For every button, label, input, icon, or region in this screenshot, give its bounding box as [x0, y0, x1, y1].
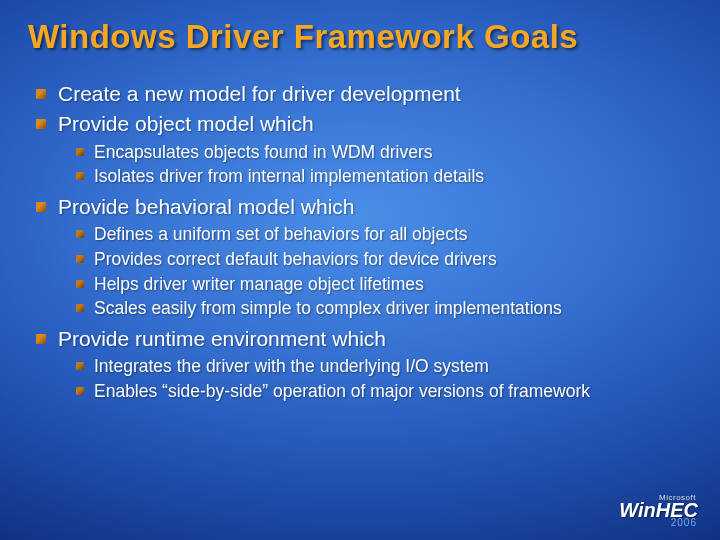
- sub-bullet-list: Encapsulates objects found in WDM driver…: [76, 141, 692, 189]
- list-item: Scales easily from simple to complex dri…: [76, 297, 692, 321]
- bullet-text: Defines a uniform set of behaviors for a…: [94, 224, 468, 244]
- brand-prefix: Win: [619, 499, 655, 521]
- list-item: Enables “side-by-side” operation of majo…: [76, 380, 692, 404]
- bullet-text: Isolates driver from internal implementa…: [94, 166, 484, 186]
- list-item: Provides correct default behaviors for d…: [76, 248, 692, 272]
- slide: Windows Driver Framework Goals Create a …: [0, 0, 720, 540]
- list-item: Encapsulates objects found in WDM driver…: [76, 141, 692, 165]
- bullet-text: Create a new model for driver developmen…: [58, 82, 461, 105]
- bullet-text: Integrates the driver with the underlyin…: [94, 356, 489, 376]
- list-item: Integrates the driver with the underlyin…: [76, 355, 692, 379]
- sub-bullet-list: Defines a uniform set of behaviors for a…: [76, 223, 692, 321]
- list-item: Isolates driver from internal implementa…: [76, 165, 692, 189]
- bullet-text: Scales easily from simple to complex dri…: [94, 298, 562, 318]
- list-item: Provide behavioral model which Defines a…: [36, 193, 692, 321]
- slide-title: Windows Driver Framework Goals: [28, 18, 692, 56]
- list-item: Helps driver writer manage object lifeti…: [76, 273, 692, 297]
- footer-logo: Microsoft WinHEC 2006: [619, 494, 698, 528]
- sub-bullet-list: Integrates the driver with the underlyin…: [76, 355, 692, 403]
- bullet-text: Helps driver writer manage object lifeti…: [94, 274, 424, 294]
- list-item: Create a new model for driver developmen…: [36, 80, 692, 108]
- bullet-text: Enables “side-by-side” operation of majo…: [94, 381, 590, 401]
- bullet-text: Provide runtime environment which: [58, 327, 386, 350]
- bullet-text: Encapsulates objects found in WDM driver…: [94, 142, 432, 162]
- bullet-text: Provide behavioral model which: [58, 195, 355, 218]
- bullet-text: Provide object model which: [58, 112, 314, 135]
- list-item: Defines a uniform set of behaviors for a…: [76, 223, 692, 247]
- bullet-list: Create a new model for driver developmen…: [36, 80, 692, 403]
- list-item: Provide runtime environment which Integr…: [36, 325, 692, 404]
- list-item: Provide object model which Encapsulates …: [36, 110, 692, 189]
- bullet-text: Provides correct default behaviors for d…: [94, 249, 497, 269]
